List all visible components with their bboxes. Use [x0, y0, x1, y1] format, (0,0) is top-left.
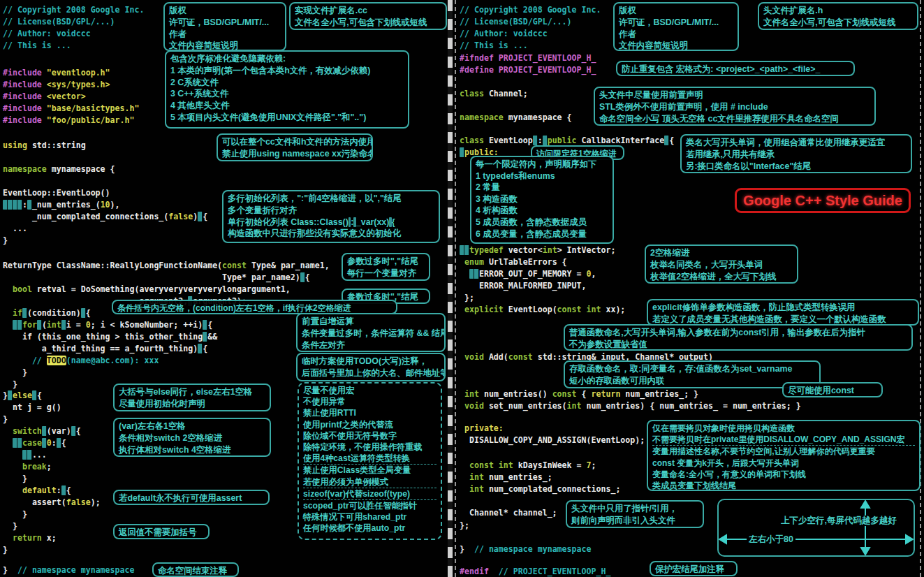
code-segment: if: [13, 308, 22, 318]
code-segment: [460, 401, 464, 411]
code-segment: int: [587, 305, 601, 314]
annotation-line: 1 本类的声明(第一个包含本类h文件，有效减少依赖): [170, 65, 404, 77]
code-segment: "foo/public/bar.h": [47, 115, 135, 125]
code-segment: false: [66, 497, 91, 507]
code-line: }: [3, 367, 27, 379]
code-segment: ),: [110, 200, 120, 210]
code-segment: {: [86, 308, 91, 318]
code-segment: // PROJECT_EVENTLOOP_H_: [499, 567, 611, 576]
code-line: typedef vector<int> IntVector;: [460, 244, 615, 256]
indent-block: [13, 320, 22, 330]
annotation-line: 防止重复包含 宏格式为: <project>_<path>_<file>_: [622, 64, 849, 75]
code-line: };: [460, 292, 474, 304]
code-segment: }: [3, 367, 27, 377]
code-segment: (condition): [27, 308, 81, 318]
code-segment: public: [548, 136, 577, 145]
code-segment: i =: [66, 320, 86, 330]
code-segment: int: [469, 484, 484, 494]
code-segment: const: [557, 305, 582, 314]
annotation-box: explicit修饰单参数构造函数，防止隐式类型转换误用若定义了成员变量无其他构…: [647, 299, 919, 326]
code-segment: Channel* channel_;: [460, 508, 557, 518]
code-segment: }: [3, 414, 8, 424]
annotation-line: 尽可能使用const: [788, 385, 877, 397]
annotation-line: 任何时候都不使用auto_ptr: [303, 523, 437, 534]
code-segment: vector<: [504, 245, 543, 255]
annotation-line: scoped_ptr可以胜任智能指针: [303, 500, 437, 511]
annotation-box: 前置自增运算条件变量过多时，条件运算符 && 结尾条件左对齐: [296, 313, 446, 352]
code-segment: Add(: [484, 352, 508, 362]
code-segment: EventLoop: [484, 136, 533, 145]
code-segment: std::string: [27, 140, 86, 150]
code-segment: (: [42, 320, 47, 330]
code-segment: num_entries_;: [484, 472, 552, 482]
code-segment: [489, 567, 499, 576]
indent-block: [3, 200, 22, 210]
code-line: void set_num_entries(int num_entries) { …: [460, 400, 801, 412]
annotation-line: 短小的存取函数可用内联: [569, 375, 815, 387]
code-segment: _var(xx): [356, 217, 390, 227]
code-segment: int: [499, 460, 513, 470]
code-segment: DISALLOW_COPY_AND_ASSIGN(EventLoop);: [460, 435, 645, 445]
code-segment: }: [460, 544, 474, 554]
code-segment: [460, 352, 464, 362]
annotation-box: 版权许可证，BSD/GPL/MIT/...作者文件内容简短说明: [613, 2, 739, 51]
code-segment: kDaysInWeek =: [513, 460, 587, 470]
code-segment: _num_entries_(: [32, 200, 101, 210]
code-segment: UrlTableErrors {: [484, 257, 567, 267]
annotation-box: 头文件扩展名.h文件名全小写,可包含下划线或短线: [758, 2, 918, 30]
code-segment: [3, 320, 13, 330]
annotation-line: 禁止使用Class类型全局变量: [303, 465, 437, 476]
code-line: #define PROJECT_EVENTLOOP_H_: [460, 64, 596, 76]
annotation-line: 头文件扩展名.h: [763, 5, 913, 17]
code-line: return x;: [3, 532, 57, 544]
code-line: }: [3, 544, 8, 556]
annotation-box: 版权许可证，BSD/GPL/MIT/...作者文件内容简短说明: [163, 2, 286, 51]
annotation-box: 大括号与else同行，else左右1空格尽量使用初始化时声明: [113, 384, 271, 411]
annotation-box: 防止重复包含 宏格式为: <project>_<path>_<file>_: [616, 61, 855, 76]
code-segment: case: [22, 438, 42, 448]
code-segment: [460, 305, 464, 314]
code-segment: [3, 450, 22, 460]
annotation-box: (var)左右各1空格条件相对switch 2空格缩进执行体相对switch 4…: [113, 418, 271, 457]
code-segment: "eventloop.h": [47, 68, 110, 78]
right-edge-dashes: [920, 0, 921, 577]
code-line: int num_entries_;: [460, 472, 552, 483]
annotation-line: 1 typedefs和enums: [476, 170, 608, 182]
code-line: // Author: voidccc: [3, 28, 91, 40]
code-segment: ERROR_OUT_OF_MEMORY =: [479, 269, 587, 279]
code-segment: default: [22, 485, 57, 495]
code-segment: class: [460, 136, 484, 145]
code-segment: }: [3, 545, 8, 555]
code-segment: [3, 462, 22, 472]
code-segment: [460, 257, 464, 267]
code-line: using std::string: [3, 140, 86, 152]
code-segment: set_num_entries(: [484, 401, 567, 411]
annotation-line: 尽量使用初始化时声明: [119, 398, 265, 410]
code-segment: switch: [13, 426, 42, 436]
code-segment: // This is ...: [3, 41, 71, 50]
annotation-box: 若default永不执行可使用assert: [113, 490, 270, 505]
code-segment: #include: [3, 115, 47, 125]
code-segment: ...: [32, 450, 47, 460]
annotation-line: 仅在需要拷贝对象时使用拷贝构造函数: [652, 423, 915, 434]
code-segment: };: [460, 293, 474, 302]
annotation-line: 3 C++系统文件: [170, 88, 404, 100]
indent-block: [22, 308, 27, 318]
annotation-line: 枚举名同类名，大写开头单词: [650, 259, 793, 271]
code-segment: ;: [47, 462, 52, 472]
code-line: }: [3, 235, 8, 247]
code-line: switch (var) {: [3, 425, 81, 437]
column-divider-dashes: [455, 0, 456, 577]
code-segment: mynamespace {: [504, 112, 572, 122]
code-segment: nt j = g(): [3, 402, 61, 412]
code-segment: num_complated_connections_;: [484, 484, 620, 494]
code-line: ReturnType ClassName::ReallyLongFunction…: [3, 260, 330, 272]
code-segment: for: [22, 320, 37, 330]
code-segment: // Author: voidccc: [3, 29, 91, 38]
annotation-line: 普通函数命名,大写开头单词,输入参数在前为const引用，输出参数在后为指针: [569, 327, 907, 339]
code-segment: }: [3, 474, 27, 483]
code-segment: int: [47, 320, 61, 330]
annotation-line: 文件名全小写,可包含下划线或短线: [295, 17, 441, 29]
annotation-line: 枚举值2空格缩进，全大写下划线: [650, 271, 793, 283]
code-line: // TODO(name@abc.com): xxx: [3, 355, 159, 367]
